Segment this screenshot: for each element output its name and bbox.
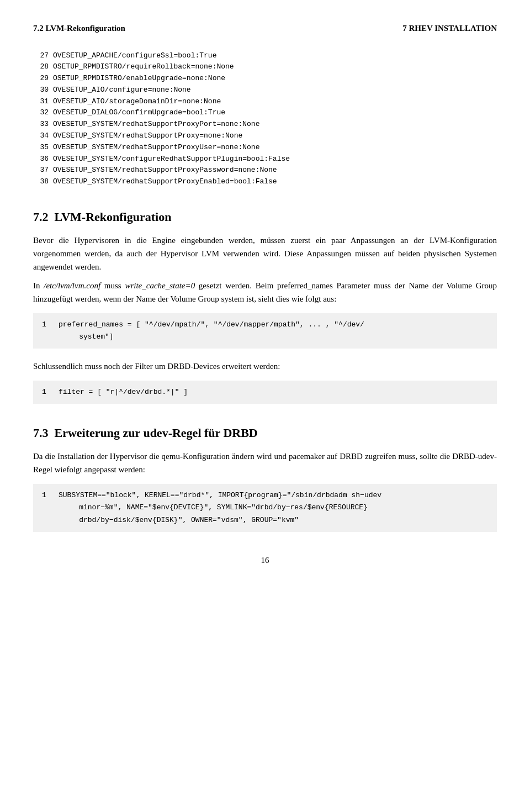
code-block-main: 27 OVESETUP_APACHE/configureSsl=bool:Tru… (33, 50, 497, 188)
code-line-29: 29 OSETUP_RPMDISTRO/enableUpgrade=none:N… (33, 73, 497, 85)
section-72-para1: Bevor die Hypervisoren in die Engine ein… (33, 234, 497, 273)
code-line-36: 36 OVESETUP_SYSTEM/configureRedhatSuppor… (33, 154, 497, 165)
code-line-37: 37 OVESETUP_SYSTEM/redhatSupportProxyPas… (33, 165, 497, 176)
code-line-35: 35 OVESETUP_SYSTEM/redhatSupportProxyUse… (33, 142, 497, 154)
code-line-27: 27 OVESETUP_APACHE/configureSsl=bool:Tru… (33, 50, 497, 62)
page-header: 7.2 LVM-Rekonfiguration 7 RHEV INSTALLAT… (33, 22, 497, 35)
section-72: 7.2 LVM-Rekonfiguration Bevor die Hyperv… (33, 208, 497, 404)
snippet-filter-line1: 1 filter = [ "r|^/dev/drbd.*|" ] (42, 386, 488, 398)
snippet-subsystem-line2: minor−%m", NAME="$env{DEVICE}", SYMLINK=… (42, 502, 488, 514)
snippet-line-1: 1 preferred_names = [ "^/dev/mpath/", "^… (42, 319, 488, 331)
snippet-line-1-cont: system"] (42, 331, 488, 343)
header-chapter: 7 RHEV INSTALLATION (402, 22, 497, 35)
code-line-34: 34 OVESETUP_SYSTEM/redhatSupportProxy=no… (33, 130, 497, 142)
code-line-30: 30 OVESETUP_AIO/configure=none:None (33, 85, 497, 96)
section-73-para1: Da die Installation der Hypervisor die q… (33, 450, 497, 476)
section-72-para2: In /etc/lvm/lvm.conf muss write_cache_st… (33, 279, 497, 305)
section-72-title: 7.2 LVM-Rekonfiguration (33, 208, 497, 226)
snippet-preferred-names: 1 preferred_names = [ "^/dev/mpath/", "^… (33, 313, 497, 349)
snippet-subsystem-line1: 1 SUBSYSTEM=="block", KERNEL=="drbd*", I… (42, 489, 488, 502)
code-line-38: 38 OVESETUP_SYSTEM/redhatSupportProxyEna… (33, 176, 497, 188)
page-footer: 16 (33, 554, 497, 567)
code-line-28: 28 OSETUP_RPMDISTRO/requireRollback=none… (33, 61, 497, 73)
section-72-para3: Schlussendlich muss noch der Filter um D… (33, 360, 497, 373)
snippet-filter: 1 filter = [ "r|^/dev/drbd.*|" ] (33, 381, 497, 404)
section-73-title: 7.3 Erweiterung zur udev-Regel für DRBD (33, 424, 497, 442)
page-number: 16 (261, 556, 269, 565)
snippet-subsystem: 1 SUBSYSTEM=="block", KERNEL=="drbd*", I… (33, 484, 497, 531)
header-section: 7.2 LVM-Rekonfiguration (33, 22, 125, 35)
snippet-subsystem-line3: drbd/by−disk/$env{DISK}", OWNER="vdsm", … (42, 514, 488, 526)
code-line-32: 32 OVESETUP_DIALOG/confirmUpgrade=bool:T… (33, 107, 497, 119)
code-line-31: 31 OVESETUP_AIO/storageDomainDir=none:No… (33, 96, 497, 108)
section-73: 7.3 Erweiterung zur udev-Regel für DRBD … (33, 424, 497, 531)
code-line-33: 33 OVESETUP_SYSTEM/redhatSupportProxyPor… (33, 119, 497, 130)
